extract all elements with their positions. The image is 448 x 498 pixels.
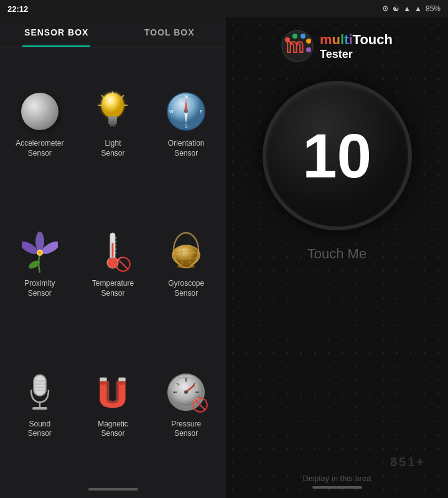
proximity-flower-icon: [22, 230, 58, 273]
accelerometer-label: Accelerometer Sensor: [16, 139, 63, 158]
gyroscope-globe-icon: [166, 232, 206, 271]
status-bar: 22:12 ⚙ ☯ ▲ ▲ 85%: [0, 0, 448, 17]
light-bulb-icon: [96, 90, 129, 133]
svg-point-14: [184, 110, 188, 113]
right-panel[interactable]: m multiTouch Tester 10 Touch Me: [226, 17, 448, 498]
android-icon: ☯: [393, 4, 399, 13]
sensor-item-temperature[interactable]: 🚫 Temperature Sensor: [77, 194, 150, 334]
tab-sensor-box[interactable]: SENSOR BOX: [0, 17, 113, 47]
status-icons: ⚙ ☯ ▲ ▲ 85%: [382, 4, 441, 13]
touch-display-circle[interactable]: 10: [263, 81, 412, 230]
sound-icon-wrap: [17, 370, 62, 415]
svg-text:W: W: [169, 110, 174, 114]
main-content: SENSOR BOX TOOL BOX Accelerometer Sensor: [0, 17, 448, 498]
svg-rect-2: [108, 119, 117, 121]
svg-rect-1: [108, 116, 117, 119]
touch-count: 10: [302, 125, 371, 187]
battery-text: 85%: [426, 4, 441, 13]
multitouch-header: m multiTouch Tester: [272, 17, 402, 68]
svg-text:851+: 851+: [390, 455, 426, 469]
sensor-item-sound[interactable]: Sound Sensor: [3, 334, 77, 474]
svg-rect-54: [119, 377, 126, 381]
gyroscope-label: Gyroscope Sensor: [168, 279, 204, 298]
sensor-item-orientation[interactable]: N S W E Orientation Sensor: [149, 54, 223, 194]
svg-rect-4: [110, 124, 116, 126]
light-sensor-label: Light Sensor: [101, 139, 124, 158]
sensor-item-pressure[interactable]: 🚫 Pressure Sensor: [149, 334, 223, 474]
sensor-item-gyroscope[interactable]: Gyroscope Sensor: [149, 194, 223, 334]
accelerometer-icon: [21, 93, 58, 130]
status-time: 22:12: [7, 4, 28, 14]
multitouch-logo: m: [281, 30, 314, 62]
wifi-icon: ▲: [414, 4, 422, 13]
compass-icon: N S W E: [167, 92, 205, 131]
gyroscope-icon-wrap: [164, 229, 208, 274]
temperature-label: Temperature Sensor: [92, 279, 134, 298]
svg-text:S: S: [185, 124, 188, 128]
svg-text:N: N: [185, 95, 188, 99]
app-title: multiTouch Tester: [320, 32, 393, 61]
accelerometer-icon-wrap: [17, 89, 62, 134]
svg-point-68: [301, 34, 306, 39]
sensor-item-light[interactable]: Light Sensor: [77, 54, 150, 194]
temperature-icon-wrap: 🚫: [90, 229, 135, 274]
sensor-item-magnetic[interactable]: Magnetic Sensor: [77, 334, 150, 474]
svg-rect-3: [108, 121, 117, 124]
svg-point-66: [285, 37, 290, 42]
left-panel: SENSOR BOX TOOL BOX Accelerometer Sensor: [0, 17, 226, 498]
svg-point-63: [184, 390, 188, 394]
proximity-icon-wrap: [17, 229, 62, 274]
svg-point-70: [306, 47, 311, 52]
orientation-icon-wrap: N S W E: [164, 89, 208, 134]
svg-line-7: [121, 95, 124, 98]
proximity-label: Proximity Sensor: [24, 279, 55, 298]
settings-icon: ⚙: [382, 4, 389, 13]
svg-point-20: [35, 232, 44, 251]
signal-icon: ▲: [403, 4, 411, 13]
left-nav-bar: [0, 481, 226, 498]
sensor-grid: Accelerometer Sensor: [0, 47, 226, 481]
magnetic-label: Magnetic Sensor: [98, 420, 128, 439]
sensor-item-accelerometer[interactable]: Accelerometer Sensor: [3, 54, 77, 194]
right-home-indicator: [312, 486, 362, 489]
magnetic-magnet-icon: [94, 375, 131, 410]
light-icon-wrap: [90, 89, 135, 134]
svg-text:E: E: [200, 110, 203, 114]
touch-me-label: Touch Me: [307, 246, 366, 262]
sound-mic-icon: [22, 371, 57, 413]
tabs: SENSOR BOX TOOL BOX: [0, 17, 226, 47]
svg-rect-27: [112, 243, 114, 258]
disabled-badge-temperature: 🚫: [114, 256, 131, 273]
pressure-icon-wrap: 🚫: [164, 370, 208, 415]
sensor-item-proximity[interactable]: Proximity Sensor: [3, 194, 77, 334]
svg-rect-50: [32, 407, 47, 410]
orientation-label: Orientation Sensor: [168, 139, 205, 158]
right-bottom-area: 851+ Display in this area: [226, 271, 448, 498]
svg-point-69: [306, 39, 311, 44]
pressure-label: Pressure Sensor: [171, 420, 201, 439]
svg-rect-44: [35, 376, 45, 395]
svg-point-24: [38, 251, 42, 255]
svg-line-6: [101, 95, 105, 98]
disabled-badge-pressure: 🚫: [192, 397, 208, 413]
version-label: 851+: [389, 451, 439, 473]
sound-label: Sound Sensor: [28, 420, 52, 439]
left-home-indicator: [88, 488, 138, 491]
display-area-label: Display in this area: [303, 474, 371, 483]
svg-rect-53: [100, 377, 107, 381]
tab-tool-box[interactable]: TOOL BOX: [113, 17, 226, 47]
svg-point-0: [101, 93, 124, 118]
svg-point-67: [292, 34, 297, 39]
magnetic-icon-wrap: [90, 370, 135, 415]
